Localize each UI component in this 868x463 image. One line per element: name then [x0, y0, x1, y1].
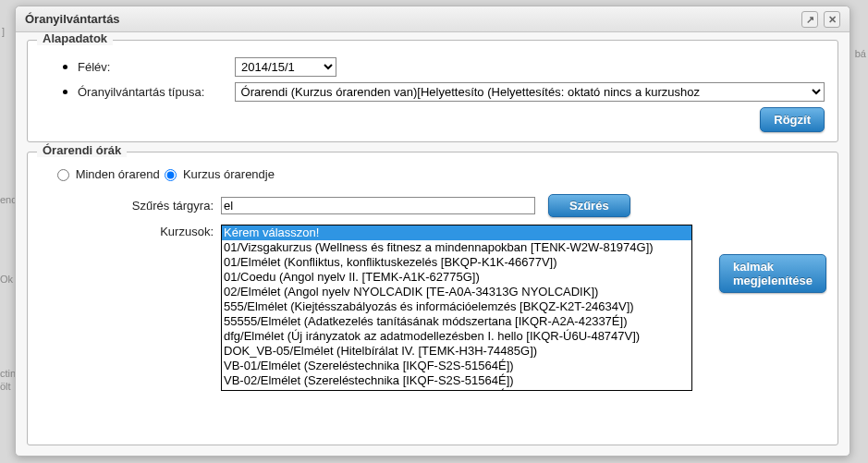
modal-window: Óranyilvántartás ↗ ✕ Alapadatok Félév: 2… [15, 6, 850, 457]
legend-alapadatok: Alapadatok [37, 32, 113, 45]
radio-all-timetables[interactable]: Minden órarend [57, 167, 163, 181]
kurzus-option[interactable]: VB-02/Elmélet (Szereléstechnika [IKQF-S2… [222, 373, 691, 388]
kurzus-option[interactable]: 55555/Elmélet (Adatkezelés tanításának m… [222, 314, 691, 329]
label-kurzusok: Kurzusok: [41, 225, 221, 238]
radio-all-label: Minden órarend [76, 167, 160, 181]
titlebar: Óranyilvántartás ↗ ✕ [16, 6, 850, 32]
radio-course-timetable[interactable]: Kurzus órarendje [165, 167, 275, 181]
filter-button[interactable]: Szűrés [548, 194, 630, 217]
label-filter: Szűrés tárgyra: [41, 199, 221, 213]
kurzus-option[interactable]: 01/Coedu (Angol nyelv II. [TEMK-A1K-6277… [222, 270, 691, 285]
kurzus-option[interactable]: VB-01/Elmélet (Szereléstechnika [IKQF-S2… [222, 359, 691, 373]
save-button[interactable]: Rögzít [760, 107, 825, 132]
bg-text: ctin [0, 368, 16, 379]
bg-text: bá [855, 48, 866, 59]
bg-text: Ok [0, 274, 13, 285]
close-icon[interactable]: ✕ [824, 11, 840, 28]
window-title: Óranyilvántartás [25, 6, 120, 32]
show-occasions-button[interactable]: kalmak megjelenítése [719, 254, 826, 293]
legend-orarendi: Órarendi órák [37, 143, 127, 157]
bg-text: ] [2, 26, 5, 37]
kurzus-option[interactable]: 555/Elmélet (Kiejtésszabályozás és infor… [222, 299, 691, 314]
filter-input[interactable] [221, 197, 535, 214]
kurzus-option[interactable]: Kérem válasszon! [222, 225, 691, 240]
kurzus-option[interactable]: VB-05/Elmélet (Szereléstechnika [IKQF-S2… [222, 388, 691, 391]
kurzus-option[interactable]: 01/Vizsgakurzus (Wellness és fitnesz a m… [222, 240, 691, 255]
label-type: Óranyilvántartás típusa: [78, 85, 235, 99]
kurzus-option[interactable]: DOK_VB-05/Elmélet (Hitelbírálat IV. [TEM… [222, 344, 691, 359]
kurzus-option[interactable]: 02/Elmélet (Angol nyelv NYOLCADIK [TE-A0… [222, 285, 691, 299]
label-semester: Félév: [78, 60, 235, 74]
bg-text: ölt [0, 381, 11, 392]
radio-course-label: Kurzus órarendje [183, 167, 275, 181]
kurzus-option[interactable]: 01/Elmélet (Konfliktus, konfliktuskezelé… [222, 255, 691, 270]
fieldset-orarendi-orak: Órarendi órák Minden órarend Kurzus órar… [27, 152, 838, 445]
type-select[interactable]: Órarendi (Kurzus órarenden van)[Helyette… [235, 82, 825, 102]
kurzus-option[interactable]: dfg/Elmélet (Új irányzatok az adatmodell… [222, 329, 691, 344]
radio-course-input[interactable] [165, 169, 177, 181]
kurzus-listbox[interactable]: Kérem válasszon!01/Vizsgakurzus (Wellnes… [221, 225, 692, 391]
radio-all-input[interactable] [57, 169, 69, 181]
fieldset-alapadatok: Alapadatok Félév: 2014/15/1 Óranyilvánta… [27, 40, 838, 142]
expand-icon[interactable]: ↗ [801, 11, 818, 28]
semester-select[interactable]: 2014/15/1 [235, 57, 336, 77]
